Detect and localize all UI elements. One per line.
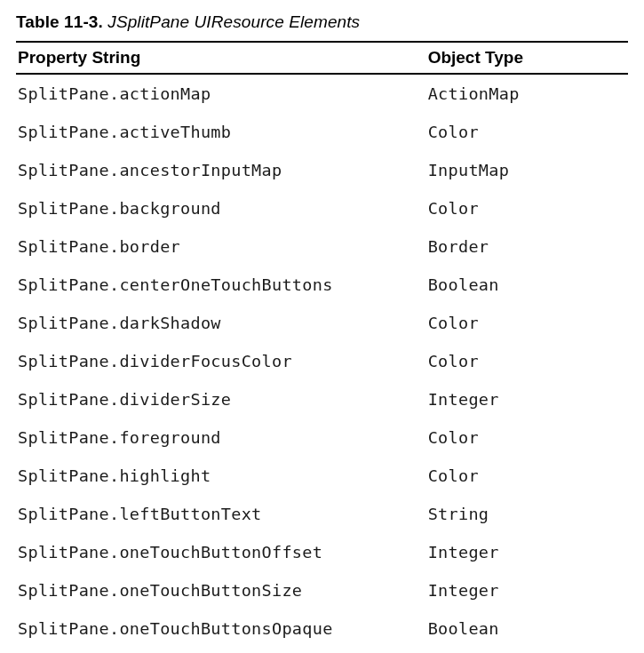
- cell-object-type: Color: [426, 304, 628, 342]
- table-row: SplitPane.borderBorder: [16, 227, 628, 266]
- cell-property-string: SplitPane.centerOneTouchButtons: [16, 266, 426, 304]
- uiresource-table: Property String Object Type SplitPane.ac…: [16, 41, 628, 648]
- cell-property-string: SplitPane.background: [16, 189, 426, 227]
- cell-property-string: SplitPane.activeThumb: [16, 113, 426, 151]
- table-row: SplitPane.leftButtonTextString: [16, 495, 628, 533]
- table-row: SplitPane.highlightColor: [16, 457, 628, 495]
- table-caption: Table 11-3. JSplitPane UIResource Elemen…: [16, 12, 628, 32]
- table-row: SplitPane.dividerSizeInteger: [16, 380, 628, 418]
- cell-object-type: ActionMap: [426, 74, 628, 113]
- cell-property-string: SplitPane.ancestorInputMap: [16, 151, 426, 189]
- cell-property-string: SplitPane.highlight: [16, 457, 426, 495]
- cell-object-type: Color: [426, 418, 628, 457]
- cell-object-type: Color: [426, 113, 628, 151]
- table-row: SplitPane.activeThumbColor: [16, 113, 628, 151]
- cell-property-string: SplitPane.oneTouchButtonOffset: [16, 533, 426, 571]
- cell-object-type: Integer: [426, 533, 628, 571]
- table-row: SplitPane.actionMapActionMap: [16, 74, 628, 113]
- cell-object-type: Boolean: [426, 609, 628, 648]
- table-row: SplitPane.darkShadowColor: [16, 304, 628, 342]
- table-number: Table 11-3.: [16, 12, 103, 31]
- cell-property-string: SplitPane.darkShadow: [16, 304, 426, 342]
- table-row: SplitPane.foregroundColor: [16, 418, 628, 457]
- header-property-string: Property String: [16, 42, 426, 74]
- cell-property-string: SplitPane.oneTouchButtonSize: [16, 571, 426, 609]
- table-row: SplitPane.oneTouchButtonsOpaqueBoolean: [16, 609, 628, 648]
- table-row: SplitPane.ancestorInputMapInputMap: [16, 151, 628, 189]
- table-row: SplitPane.centerOneTouchButtonsBoolean: [16, 266, 628, 304]
- table-row: SplitPane.backgroundColor: [16, 189, 628, 227]
- cell-object-type: InputMap: [426, 151, 628, 189]
- cell-property-string: SplitPane.actionMap: [16, 74, 426, 113]
- table-row: SplitPane.oneTouchButtonOffsetInteger: [16, 533, 628, 571]
- cell-property-string: SplitPane.border: [16, 227, 426, 266]
- table-title: JSplitPane UIResource Elements: [107, 12, 360, 31]
- cell-object-type: Boolean: [426, 266, 628, 304]
- cell-object-type: Integer: [426, 380, 628, 418]
- cell-object-type: Color: [426, 189, 628, 227]
- cell-object-type: Border: [426, 227, 628, 266]
- cell-property-string: SplitPane.foreground: [16, 418, 426, 457]
- cell-property-string: SplitPane.leftButtonText: [16, 495, 426, 533]
- cell-object-type: Integer: [426, 571, 628, 609]
- table-row: SplitPane.dividerFocusColorColor: [16, 342, 628, 380]
- cell-object-type: Color: [426, 342, 628, 380]
- header-object-type: Object Type: [426, 42, 628, 74]
- cell-property-string: SplitPane.oneTouchButtonsOpaque: [16, 609, 426, 648]
- cell-property-string: SplitPane.dividerSize: [16, 380, 426, 418]
- table-row: SplitPane.oneTouchButtonSizeInteger: [16, 571, 628, 609]
- cell-object-type: Color: [426, 457, 628, 495]
- table-body: SplitPane.actionMapActionMapSplitPane.ac…: [16, 74, 628, 648]
- table-header-row: Property String Object Type: [16, 42, 628, 74]
- page: Table 11-3. JSplitPane UIResource Elemen…: [0, 0, 644, 653]
- cell-property-string: SplitPane.dividerFocusColor: [16, 342, 426, 380]
- cell-object-type: String: [426, 495, 628, 533]
